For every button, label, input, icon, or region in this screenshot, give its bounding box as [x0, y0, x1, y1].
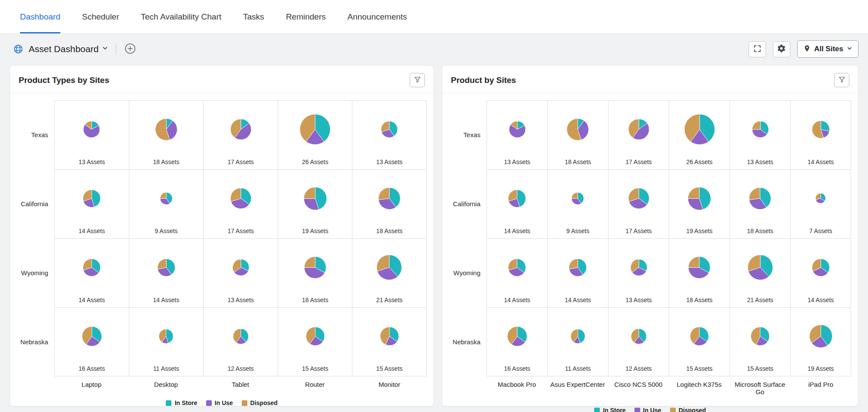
pie-cell-nebraska-cisco-ncs-5000[interactable]: 12 Assets	[608, 307, 669, 376]
legend-swatch	[166, 400, 171, 406]
pie-cell-california-asus-expertcenter[interactable]: 9 Assets	[547, 169, 608, 238]
pie-cell-texas-desktop[interactable]: 18 Assets	[129, 100, 204, 169]
pie-cell-wyoming-router[interactable]: 18 Assets	[278, 238, 352, 307]
asset-count-label: 11 Assets	[129, 365, 204, 372]
asset-count-label: 13 Assets	[55, 158, 129, 165]
pie-cell-california-cisco-ncs-5000[interactable]: 17 Assets	[608, 169, 669, 238]
asset-count-label: 14 Assets	[487, 297, 547, 303]
pie-cell-nebraska-laptop[interactable]: 16 Assets	[54, 307, 129, 376]
dashboard-toolbar: Asset Dashboard	[0, 34, 868, 64]
pie-chart	[812, 258, 830, 277]
legend-label: In Use	[215, 399, 233, 406]
pie-cell-texas-asus-expertcenter[interactable]: 18 Assets	[547, 100, 608, 169]
pie-cell-nebraska-microsoft-surface-go[interactable]: 15 Assets	[730, 307, 790, 376]
pie-chart	[631, 328, 647, 345]
pie-cell-texas-router[interactable]: 26 Assets	[278, 100, 352, 169]
col-label-monitor: Monitor	[352, 381, 427, 388]
legend-item-disposed[interactable]: Disposed	[670, 407, 706, 412]
dashboard-selector[interactable]: Asset Dashboard	[29, 44, 108, 54]
pie-cell-california-desktop[interactable]: 9 Assets	[129, 169, 204, 238]
asset-count-label: 15 Assets	[278, 365, 352, 372]
pie-cell-nebraska-desktop[interactable]: 11 Assets	[129, 307, 204, 376]
pie-cell-wyoming-monitor[interactable]: 21 Assets	[352, 238, 427, 307]
row-label-wyoming: Wyoming	[447, 238, 487, 307]
filter-button[interactable]	[410, 73, 425, 87]
pie-cell-texas-logitech-k375s[interactable]: 26 Assets	[669, 100, 730, 169]
fullscreen-button[interactable]	[749, 41, 766, 57]
pie-cell-california-ipad-pro[interactable]: 7 Assets	[790, 169, 851, 238]
col-label-asus-expertcenter: Asus ExpertCenter	[547, 381, 608, 396]
tab-tasks[interactable]: Tasks	[243, 0, 264, 33]
pie-cell-texas-microsoft-surface-go[interactable]: 13 Assets	[730, 100, 790, 169]
pie-cell-texas-macbook-pro[interactable]: 13 Assets	[487, 100, 547, 169]
pie-chart	[155, 118, 178, 141]
pie-cell-wyoming-macbook-pro[interactable]: 14 Assets	[487, 238, 547, 307]
location-pin-icon	[803, 45, 811, 53]
pie-chart	[628, 119, 650, 140]
pie-cell-wyoming-laptop[interactable]: 14 Assets	[54, 238, 129, 307]
asset-count-label: 12 Assets	[204, 365, 278, 372]
pie-chart	[83, 121, 100, 138]
pie-chart	[230, 188, 252, 209]
asset-count-label: 9 Assets	[548, 227, 608, 234]
pie-cell-wyoming-desktop[interactable]: 14 Assets	[129, 238, 204, 307]
tab-scheduler[interactable]: Scheduler	[82, 0, 119, 33]
legend-item-in-use[interactable]: In Use	[635, 407, 661, 412]
pie-cell-california-monitor[interactable]: 18 Assets	[352, 169, 427, 238]
pie-cell-california-tablet[interactable]: 17 Assets	[203, 169, 278, 238]
pie-cell-nebraska-logitech-k375s[interactable]: 15 Assets	[669, 307, 730, 376]
legend-item-disposed[interactable]: Disposed	[242, 399, 278, 406]
pie-cell-wyoming-tablet[interactable]: 13 Assets	[203, 238, 278, 307]
pie-cell-wyoming-logitech-k375s[interactable]: 18 Assets	[669, 238, 730, 307]
col-label-laptop: Laptop	[54, 381, 129, 388]
pie-cell-nebraska-router[interactable]: 15 Assets	[278, 307, 352, 376]
pie-cell-california-logitech-k375s[interactable]: 19 Assets	[669, 169, 730, 238]
pie-cell-texas-tablet[interactable]: 17 Assets	[203, 100, 278, 169]
pie-cell-california-microsoft-surface-go[interactable]: 18 Assets	[730, 169, 790, 238]
dashboard-title: Asset Dashboard	[29, 44, 99, 54]
asset-count-label: 14 Assets	[487, 227, 547, 234]
legend-swatch	[670, 408, 676, 412]
asset-count-label: 19 Assets	[669, 227, 730, 234]
pie-cell-nebraska-monitor[interactable]: 15 Assets	[352, 307, 427, 376]
pie-cell-wyoming-microsoft-surface-go[interactable]: 21 Assets	[730, 238, 790, 307]
asset-count-label: 14 Assets	[791, 297, 851, 303]
pie-cell-california-router[interactable]: 19 Assets	[278, 169, 352, 238]
pie-chart	[304, 256, 326, 279]
pie-cell-nebraska-asus-expertcenter[interactable]: 11 Assets	[547, 307, 608, 376]
legend-item-in-use[interactable]: In Use	[206, 399, 233, 406]
tab-dashboard[interactable]: Dashboard	[20, 0, 60, 33]
pie-cell-texas-cisco-ncs-5000[interactable]: 17 Assets	[608, 100, 669, 169]
tab-tech-availability-chart[interactable]: Tech Availability Chart	[141, 0, 222, 33]
site-filter-label: All Sites	[814, 45, 843, 53]
site-filter-dropdown[interactable]: All Sites	[797, 40, 858, 58]
pie-cell-nebraska-ipad-pro[interactable]: 19 Assets	[790, 307, 851, 376]
pie-chart	[684, 114, 715, 145]
row-label-texas: Texas	[447, 100, 487, 169]
legend-item-in-store[interactable]: In Store	[166, 399, 197, 406]
pie-chart	[690, 326, 709, 346]
pie-chart	[82, 258, 101, 277]
col-label-cisco-ncs-5000: Cisco NCS 5000	[608, 381, 669, 396]
pie-cell-wyoming-ipad-pro[interactable]: 14 Assets	[790, 238, 851, 307]
pie-cell-california-laptop[interactable]: 14 Assets	[54, 169, 129, 238]
asset-count-label: 21 Assets	[730, 297, 790, 303]
pie-cell-wyoming-cisco-ncs-5000[interactable]: 13 Assets	[608, 238, 669, 307]
pie-chart	[688, 256, 710, 279]
add-dashboard-button[interactable]	[124, 43, 136, 56]
tab-announcements[interactable]: Announcements	[348, 0, 407, 33]
pie-cell-texas-monitor[interactable]: 13 Assets	[352, 100, 427, 169]
legend-label: In Use	[643, 407, 661, 412]
legend-item-in-store[interactable]: In Store	[594, 407, 625, 412]
tab-reminders[interactable]: Reminders	[286, 0, 326, 33]
pie-cell-california-macbook-pro[interactable]: 14 Assets	[487, 169, 547, 238]
pie-cell-texas-ipad-pro[interactable]: 14 Assets	[790, 100, 851, 169]
pie-cell-nebraska-macbook-pro[interactable]: 16 Assets	[487, 307, 547, 376]
col-label-spacer	[14, 381, 54, 388]
settings-button[interactable]	[773, 41, 790, 57]
pie-cell-wyoming-asus-expertcenter[interactable]: 14 Assets	[547, 238, 608, 307]
asset-count-label: 18 Assets	[278, 297, 352, 303]
filter-button[interactable]	[834, 73, 849, 87]
pie-cell-texas-laptop[interactable]: 13 Assets	[54, 100, 129, 169]
pie-cell-nebraska-tablet[interactable]: 12 Assets	[203, 307, 278, 376]
